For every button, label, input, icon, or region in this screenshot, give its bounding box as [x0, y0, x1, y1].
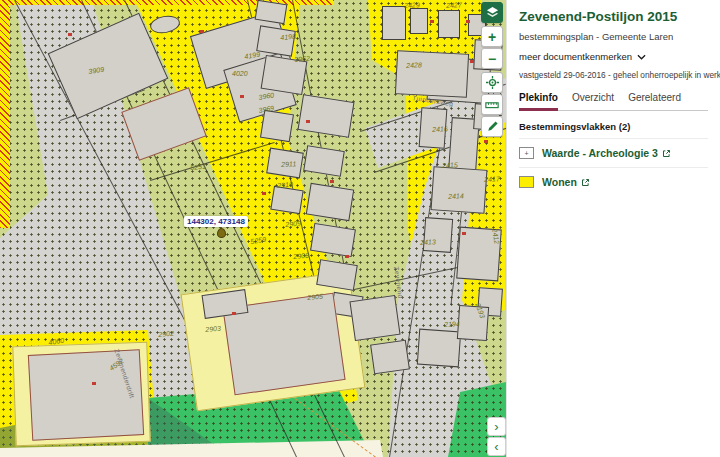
ruler-icon — [485, 99, 499, 111]
zoom-out-button[interactable]: − — [481, 48, 503, 69]
house-number-mark — [68, 33, 72, 36]
building — [256, 25, 296, 56]
house-number-mark — [240, 95, 244, 98]
draw-button[interactable] — [481, 116, 503, 137]
parcel-label: 2905 — [307, 293, 323, 301]
parcel-label: 2413 — [420, 238, 436, 246]
plan-subtitle: bestemmingsplan - Gemeente Laren — [519, 31, 708, 42]
pager-next-button[interactable]: › — [487, 417, 506, 436]
building — [306, 183, 354, 221]
house-number-mark — [92, 382, 96, 385]
building — [298, 94, 355, 138]
chevron-down-icon — [637, 54, 646, 60]
parcel-label: 2414 — [448, 192, 464, 200]
building — [395, 50, 469, 98]
house-number-mark — [470, 60, 474, 63]
parcel-label: 2415 — [442, 161, 458, 169]
info-panel: Zevenend-Postiljon 2015 bestemmingsplan … — [506, 0, 720, 457]
tab-plekinfo[interactable]: Plekinfo — [519, 89, 558, 111]
house-number-mark — [462, 232, 466, 235]
building — [270, 186, 303, 214]
plan-status-line: vastgesteld 29-06-2016 - geheel onherroe… — [519, 70, 708, 80]
panel-tabs: Plekinfo Overzicht Gerelateerd — [519, 89, 708, 111]
wonen-swatch-icon — [519, 176, 534, 188]
map-marker — [217, 228, 226, 238]
parcel-label: 2903 — [205, 325, 221, 333]
house-number-mark — [232, 312, 236, 315]
pager-prev-button[interactable]: ‹ — [487, 437, 506, 456]
building — [28, 349, 144, 441]
more-documents-label: meer documentkenmerken — [519, 51, 632, 62]
building — [431, 166, 488, 214]
plan-boundary-hatch-left — [0, 0, 10, 228]
parcel-label: 2902 — [158, 330, 174, 338]
map-canvas[interactable]: 3909 4020 4198 4199 3962 3960 3969 5251 … — [0, 0, 506, 457]
building — [349, 295, 400, 341]
chevron-left-icon: ‹ — [494, 439, 498, 454]
house-number-mark — [262, 192, 266, 195]
tab-gerelateerd[interactable]: Gerelateerd — [628, 89, 681, 110]
house-number-mark — [306, 120, 310, 123]
external-link-icon — [662, 149, 671, 158]
building — [303, 145, 345, 177]
parcel-label: 2908 — [293, 252, 309, 260]
parcel-label: 2428 — [406, 61, 422, 69]
parcel-label: 2427 — [446, 1, 462, 9]
house-number-mark — [466, 20, 470, 23]
locate-icon — [486, 76, 499, 89]
archeologie-swatch-icon: + — [519, 147, 534, 159]
parcel-label: 4020 — [232, 70, 248, 77]
coordinate-label: 144302, 473148 — [184, 216, 248, 227]
locate-button[interactable] — [481, 72, 503, 93]
zoom-in-button[interactable]: + — [481, 26, 503, 47]
building — [417, 329, 461, 368]
house-number-mark — [484, 140, 488, 143]
house-number-mark — [330, 180, 334, 183]
list-item-label: Wonen — [542, 176, 577, 188]
parcel-label: 2910 — [277, 181, 293, 189]
building — [260, 110, 294, 142]
plus-icon: + — [488, 29, 496, 45]
tab-overzicht[interactable]: Overzicht — [572, 89, 614, 110]
parcel-label: 2416 — [432, 125, 448, 133]
plan-title: Zevenend-Postiljon 2015 — [519, 9, 708, 24]
parcel-label: 5251 — [190, 163, 206, 171]
chevron-right-icon: › — [494, 419, 498, 434]
building — [370, 340, 410, 375]
external-link-icon — [581, 178, 590, 187]
building — [438, 10, 460, 38]
building — [423, 217, 453, 253]
list-item-label: Waarde - Archeologie 3 — [542, 147, 658, 159]
layers-button[interactable] — [481, 2, 503, 23]
parcel-label: 2417 — [484, 175, 500, 183]
building — [410, 8, 428, 34]
list-item-wonen[interactable]: Wonen — [519, 167, 708, 196]
bestemmingsvlakken-header: Bestemmingsvlakken (2) — [519, 121, 708, 138]
house-number-mark — [345, 255, 349, 258]
layers-icon — [486, 6, 499, 19]
parcel-label: 4198 — [280, 33, 296, 41]
house-number-mark — [430, 20, 434, 23]
measure-button[interactable] — [481, 94, 503, 115]
parcel-label: 2911 — [281, 160, 296, 168]
parcel-label: 3962 — [294, 55, 310, 63]
house-number-mark — [200, 30, 204, 33]
building — [382, 6, 406, 40]
pencil-icon — [486, 120, 499, 133]
minus-icon: − — [488, 51, 496, 67]
list-item-waarde-archeologie[interactable]: + Waarde - Archeologie 3 — [519, 138, 708, 167]
parcel-label: 2909 — [285, 220, 301, 228]
more-document-details-link[interactable]: meer documentkenmerken — [519, 51, 708, 62]
parcel-label: 2429 — [404, 1, 420, 9]
parcel-label: 2194 — [444, 320, 460, 328]
